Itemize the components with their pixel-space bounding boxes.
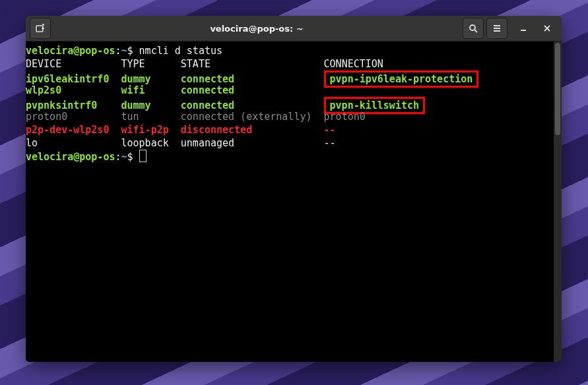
cell-type: wifi-p2p bbox=[121, 124, 181, 136]
scrollbar[interactable] bbox=[554, 42, 562, 362]
prompt-user-host: velocira@pop-os bbox=[26, 151, 115, 163]
close-button[interactable] bbox=[537, 18, 558, 38]
cell-state: connected bbox=[181, 84, 324, 96]
terminal-line: DEVICE TYPE STATE CONNECTION bbox=[26, 57, 554, 71]
cell-type: wifi bbox=[121, 84, 181, 96]
cell-device: lo bbox=[26, 137, 121, 149]
cell-connection: -- bbox=[324, 137, 336, 149]
cell-connection: proton0 bbox=[324, 111, 366, 123]
prompt-dollar: $ bbox=[127, 151, 139, 163]
terminal-line: velocira@pop-os:~$ nmcli d status bbox=[26, 44, 554, 57]
window-title: velocira@pop-os: ~ bbox=[52, 24, 461, 34]
cell-state: unmanaged bbox=[181, 137, 324, 149]
cell-device: proton0 bbox=[26, 111, 121, 123]
prompt-user-host: velocira@pop-os bbox=[26, 45, 115, 57]
col-header-type: TYPE bbox=[121, 58, 181, 70]
menu-button[interactable] bbox=[486, 18, 507, 39]
col-header-connection: CONNECTION bbox=[324, 58, 383, 70]
prompt-dollar: $ bbox=[127, 45, 139, 57]
scrollbar-thumb[interactable] bbox=[555, 43, 560, 135]
terminal-line: pvpnksintrf0 dummy connected pvpn-killsw… bbox=[26, 97, 554, 110]
terminal-line: velocira@pop-os:~$ bbox=[26, 150, 554, 163]
search-button[interactable] bbox=[463, 18, 484, 39]
terminal-line: ipv6leakintrf0 dummy connected pvpn-ipv6… bbox=[26, 71, 554, 84]
cell-type: tun bbox=[121, 111, 181, 123]
cell-connection: -- bbox=[324, 124, 336, 136]
terminal-area: velocira@pop-os:~$ nmcli d statusDEVICE … bbox=[26, 42, 562, 362]
prompt-sep: : bbox=[115, 151, 121, 163]
terminal-line: p2p-dev-wlp2s0 wifi-p2p disconnected -- bbox=[26, 123, 554, 136]
minimize-button[interactable] bbox=[513, 18, 534, 38]
svg-point-1 bbox=[470, 25, 475, 30]
terminal-window: velocira@pop-os: ~ velocira@pop-os:~$ nm… bbox=[26, 16, 562, 362]
highlight-box: pvpn-ipv6leak-protection bbox=[324, 71, 479, 88]
prompt-cwd: ~ bbox=[121, 151, 127, 163]
command-text: nmcli d status bbox=[139, 45, 222, 57]
cell-state: disconnected bbox=[181, 124, 324, 136]
terminal-line: lo loopback unmanaged -- bbox=[26, 136, 554, 150]
terminal-output[interactable]: velocira@pop-os:~$ nmcli d statusDEVICE … bbox=[26, 42, 554, 362]
col-header-device: DEVICE bbox=[26, 58, 121, 70]
prompt-sep: : bbox=[115, 45, 121, 57]
prompt-cwd: ~ bbox=[121, 45, 127, 57]
cell-state: connected (externally) bbox=[181, 111, 324, 123]
cell-type: loopback bbox=[121, 137, 181, 149]
cell-device: wlp2s0 bbox=[26, 84, 121, 96]
cursor bbox=[139, 150, 147, 162]
cell-connection: pvpn-ipv6leak-protection bbox=[330, 73, 473, 85]
titlebar: velocira@pop-os: ~ bbox=[26, 16, 562, 42]
col-header-state: STATE bbox=[181, 58, 324, 70]
terminal-line: proton0 tun connected (externally) proto… bbox=[26, 110, 554, 123]
cell-device: p2p-dev-wlp2s0 bbox=[26, 124, 121, 136]
new-tab-button[interactable] bbox=[30, 18, 51, 39]
